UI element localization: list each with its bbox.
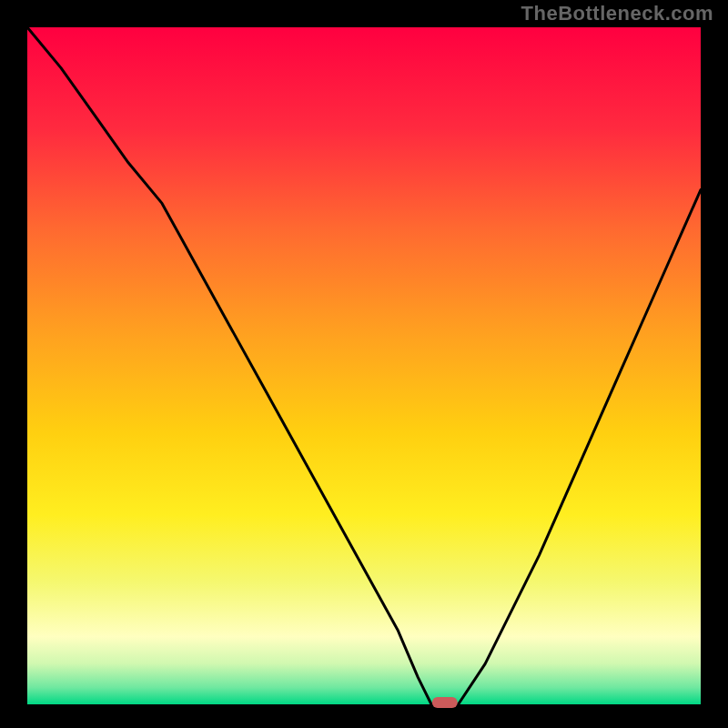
plot-background (27, 27, 701, 704)
watermark-text: TheBottleneck.com (521, 2, 713, 25)
optimal-marker (432, 697, 458, 708)
chart-frame: { "watermark": "TheBottleneck.com", "cha… (0, 0, 728, 728)
bottleneck-chart (0, 0, 728, 728)
